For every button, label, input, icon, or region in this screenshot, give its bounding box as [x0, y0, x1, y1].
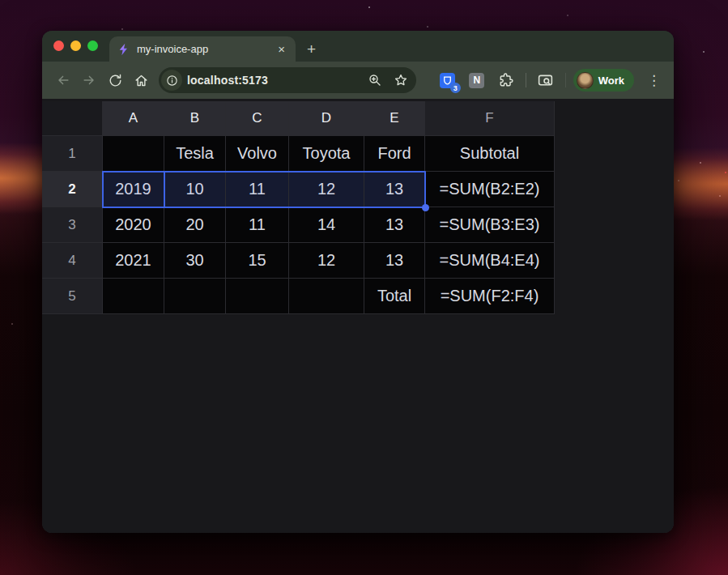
cell-C3[interactable]: 11	[226, 207, 289, 243]
cell-B4[interactable]: 30	[164, 243, 226, 279]
cell-E1[interactable]: Ford	[364, 136, 425, 172]
toolbar-separator	[565, 73, 566, 87]
close-window-button[interactable]	[53, 40, 64, 51]
col-header-E[interactable]: E	[364, 101, 425, 136]
side-search-icon	[537, 72, 554, 89]
bitwarden-extension-button[interactable]: 3	[436, 68, 460, 92]
notion-icon: N	[469, 73, 484, 88]
cell-F3[interactable]: =SUM(B3:E3)	[425, 207, 555, 243]
cell-B2[interactable]: 10	[164, 172, 226, 207]
page-content: ABCDEF1TeslaVolvoToyotaFordSubtotal22019…	[42, 99, 674, 533]
cell-F2[interactable]: =SUM(B2:E2)	[425, 172, 555, 207]
tab-strip: my-invoice-app × +	[42, 31, 674, 62]
cell-C2[interactable]: 11	[226, 172, 289, 207]
cell-E2[interactable]: 13	[364, 172, 425, 207]
reload-icon	[108, 73, 123, 88]
site-info-icon[interactable]	[161, 70, 182, 91]
back-button[interactable]	[50, 67, 76, 93]
profile-avatar	[577, 72, 594, 89]
zoom-window-button[interactable]	[87, 40, 98, 51]
back-icon	[55, 72, 71, 88]
vite-favicon-icon	[117, 43, 130, 56]
cell-D1[interactable]: Toyota	[289, 136, 364, 172]
row-header-5[interactable]: 5	[42, 279, 103, 314]
cell-B1[interactable]: Tesla	[164, 136, 226, 172]
cell-C4[interactable]: 15	[226, 243, 289, 279]
home-icon	[134, 73, 149, 88]
col-header-B[interactable]: B	[164, 101, 226, 136]
cell-D2[interactable]: 12	[289, 172, 364, 207]
browser-toolbar: localhost:5173 3	[42, 62, 674, 99]
url-text[interactable]: localhost:5173	[187, 74, 363, 87]
row-header-4[interactable]: 4	[42, 243, 103, 279]
profile-button[interactable]: Work	[573, 69, 634, 92]
wallpaper-stars	[0, 0, 2, 2]
puzzle-icon	[498, 72, 514, 88]
spreadsheet: ABCDEF1TeslaVolvoToyotaFordSubtotal22019…	[42, 101, 555, 314]
cell-D4[interactable]: 12	[289, 243, 364, 279]
bitwarden-badge: 3	[450, 83, 461, 93]
side-search-button[interactable]	[534, 68, 558, 92]
profile-label: Work	[598, 75, 624, 87]
toolbar-separator	[526, 73, 526, 87]
cell-C1[interactable]: Volvo	[226, 136, 289, 172]
forward-button[interactable]	[76, 67, 102, 93]
cell-B5[interactable]	[164, 279, 226, 314]
notion-extension-button[interactable]: N	[465, 68, 489, 92]
cell-F4[interactable]: =SUM(B4:E4)	[425, 243, 555, 279]
bookmark-star-icon[interactable]	[394, 73, 408, 87]
cell-D5[interactable]	[289, 279, 364, 314]
browser-menu-button[interactable]: ⋮	[642, 72, 666, 89]
row-header-1[interactable]: 1	[42, 136, 103, 172]
tab-title: my-invoice-app	[137, 43, 269, 55]
minimize-window-button[interactable]	[70, 40, 81, 51]
cell-D3[interactable]: 14	[289, 207, 364, 243]
select-all-corner[interactable]	[42, 101, 103, 136]
cell-E5[interactable]: Total	[364, 279, 425, 314]
home-button[interactable]	[128, 67, 154, 93]
cell-F1[interactable]: Subtotal	[425, 136, 555, 172]
forward-icon	[81, 72, 97, 88]
cell-A5[interactable]	[103, 279, 164, 314]
cell-B3[interactable]: 20	[164, 207, 226, 243]
row-header-2[interactable]: 2	[42, 172, 103, 207]
cell-E3[interactable]: 13	[364, 207, 425, 243]
toolbar-right-group: 3 N Work ⋮	[436, 68, 666, 92]
cell-C5[interactable]	[226, 279, 289, 314]
extensions-button[interactable]	[494, 68, 518, 92]
col-header-D[interactable]: D	[289, 101, 364, 136]
cell-E4[interactable]: 13	[364, 243, 425, 279]
address-bar[interactable]: localhost:5173	[159, 67, 416, 93]
cell-A2[interactable]: 2019	[103, 172, 164, 207]
cell-F5[interactable]: =SUM(F2:F4)	[425, 279, 555, 314]
tab-close-icon[interactable]: ×	[275, 42, 287, 56]
col-header-C[interactable]: C	[226, 101, 289, 136]
new-tab-button[interactable]: +	[307, 41, 316, 57]
traffic-lights	[53, 40, 98, 51]
reload-button[interactable]	[102, 67, 128, 93]
row-header-3[interactable]: 3	[42, 207, 103, 243]
zoom-page-icon[interactable]	[368, 73, 382, 87]
col-header-F[interactable]: F	[425, 101, 555, 136]
cell-A1[interactable]	[103, 136, 164, 172]
cell-A4[interactable]: 2021	[103, 243, 164, 279]
col-header-A[interactable]: A	[103, 101, 164, 136]
browser-window: my-invoice-app × + l	[42, 31, 674, 533]
cell-A3[interactable]: 2020	[103, 207, 164, 243]
tab-my-invoice-app[interactable]: my-invoice-app ×	[109, 36, 296, 62]
